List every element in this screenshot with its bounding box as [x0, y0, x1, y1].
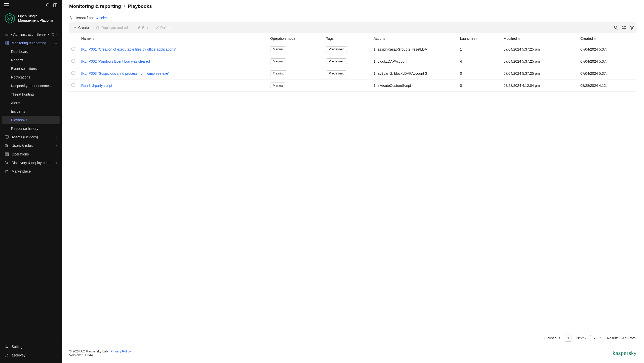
col-operation-mode[interactable]: Operation mode — [268, 33, 324, 43]
table-row[interactable]: [KL] P003 "Suspicious child process from… — [69, 67, 636, 79]
svg-point-23 — [71, 18, 72, 19]
table-row[interactable]: [KL] P001 "Creation of executable files … — [69, 43, 636, 55]
nav-playbooks[interactable]: Playbooks — [2, 116, 60, 124]
breadcrumb: Monitoring & reporting / Playbooks — [69, 4, 636, 9]
col-created[interactable]: Created↑↓ — [578, 33, 636, 43]
row-radio[interactable] — [71, 59, 75, 63]
button-label: Edit — [142, 26, 148, 30]
page-number[interactable]: 1 — [565, 335, 572, 342]
nav-label: Reports — [11, 58, 23, 62]
row-radio[interactable] — [71, 47, 75, 51]
search-icon — [5, 161, 9, 165]
user-icon — [5, 353, 9, 357]
notification-icon[interactable] — [46, 3, 50, 8]
nav-threat-hunting[interactable]: Threat hunting — [0, 90, 62, 99]
nav-label: <Administration Server> — [11, 32, 49, 36]
sliders-icon[interactable] — [69, 16, 73, 20]
book-icon[interactable] — [53, 3, 58, 8]
hamburger-icon[interactable] — [4, 3, 9, 7]
server-icon: ▭ — [5, 32, 9, 36]
nav-notifications[interactable]: Notifications — [0, 73, 62, 82]
nav-label: Dashboard — [11, 50, 28, 54]
nav-label: Monitoring & reporting — [12, 41, 46, 45]
chevron-right-icon: › — [56, 354, 57, 357]
privacy-link[interactable]: Privacy Policy — [110, 349, 131, 353]
nav-assets[interactable]: Assets (Devices) › — [0, 133, 62, 141]
sort-icon: ↑↓ — [594, 37, 596, 40]
sort-icon: ↑↓ — [91, 37, 94, 40]
nav-discovery[interactable]: Discovery & deployment › — [0, 158, 62, 167]
duplicate-button[interactable]: Duplicate and edit — [95, 25, 131, 31]
col-actions[interactable]: Actions — [372, 33, 458, 43]
created-cell: 07/04/2024 5:37: — [578, 67, 636, 79]
chevron-right-icon: › — [56, 144, 57, 147]
nav-label: Threat hunting — [11, 92, 34, 96]
svg-rect-25 — [97, 27, 99, 29]
col-launches[interactable]: Launches↑↓ — [458, 33, 502, 43]
page-size-select[interactable]: 20 — [590, 335, 602, 341]
mode-pill: Training — [270, 70, 287, 76]
col-tags[interactable]: Tags — [324, 33, 372, 43]
delete-button[interactable]: Delete — [154, 25, 172, 31]
playbook-name-link[interactable]: [KL] P002 "Windows Event Log was cleared… — [81, 59, 151, 63]
filter-icon[interactable] — [630, 26, 634, 30]
row-radio[interactable] — [71, 83, 75, 87]
nav-settings[interactable]: Settings — [0, 342, 62, 351]
nav-label: Alerts — [11, 101, 20, 105]
nav-reports[interactable]: Reports — [0, 56, 62, 64]
chevron-left-icon: ‹ — [544, 336, 546, 340]
header: Monitoring & reporting / Playbooks — [62, 0, 644, 12]
nav-alerts[interactable]: Alerts — [0, 99, 62, 107]
created-cell: 07/04/2024 5:37: — [578, 43, 636, 55]
filter-label: Tenant filter: — [75, 16, 94, 20]
result-count: Result: 1-4 / 4 total — [607, 336, 636, 340]
svg-marker-2 — [5, 13, 14, 23]
nav-label: Users & roles — [12, 144, 33, 148]
next-button[interactable]: Next › — [576, 336, 586, 340]
table-row[interactable]: Run 3rd-party scriptManual1. executeCust… — [69, 79, 636, 92]
nav-label: Settings — [12, 345, 24, 349]
edit-button[interactable]: Edit — [136, 25, 150, 31]
nav-response-history[interactable]: Response history — [0, 124, 62, 133]
row-radio[interactable] — [71, 71, 75, 75]
monitor-icon — [5, 135, 9, 139]
svg-point-22 — [70, 16, 71, 17]
svg-point-4 — [52, 33, 53, 34]
modified-cell: 08/28/2024 4:12:04 pm — [502, 79, 578, 92]
nav-dashboard[interactable]: Dashboard — [0, 47, 62, 56]
modified-cell: 07/04/2024 5:37:25 pm — [502, 43, 578, 55]
col-modified[interactable]: Modified↑↓ — [502, 33, 578, 43]
playbook-name-link[interactable]: [KL] P001 "Creation of executable files … — [81, 47, 176, 51]
sort-icon: ↑↓ — [476, 37, 479, 40]
actions-cell: 1. assignKasapGroup 2. resetLDA — [372, 43, 458, 55]
nav-operations[interactable]: Operations › — [0, 150, 62, 158]
sliders-icon[interactable] — [622, 26, 626, 30]
previous-button[interactable]: ‹ Previous — [544, 336, 560, 340]
mode-pill: Manual — [270, 83, 286, 88]
nav-user[interactable]: asolovey › — [0, 351, 62, 359]
table-row[interactable]: [KL] P002 "Windows Event Log was cleared… — [69, 55, 636, 67]
chevron-right-icon: › — [585, 336, 586, 340]
nav-announcements[interactable]: Kaspersky announceme... — [0, 82, 62, 90]
chevron-right-icon: › — [56, 161, 57, 164]
sidebar-top — [0, 0, 62, 11]
brand-line1: Open Single — [18, 14, 53, 19]
footer: © 2024 AO Kaspersky Lab | Privacy Policy… — [62, 346, 644, 363]
nav-users[interactable]: Users & roles › — [0, 141, 62, 150]
svg-point-3 — [7, 16, 13, 21]
filter-value[interactable]: 4 selected — [96, 16, 112, 20]
nav-marketplace[interactable]: Marketplace — [0, 167, 62, 176]
sliders-icon[interactable] — [51, 33, 55, 36]
sidebar: Open Single Management Platform ▭ <Admin… — [0, 0, 62, 363]
playbook-name-link[interactable]: Run 3rd-party script — [81, 84, 112, 88]
tag-pill: Predefined — [326, 58, 347, 64]
nav-event-selections[interactable]: Event selections — [0, 64, 62, 73]
playbook-name-link[interactable]: [KL] P003 "Suspicious child process from… — [81, 71, 169, 75]
nav-admin-server[interactable]: ▭ <Administration Server> › — [0, 30, 62, 39]
breadcrumb-parent[interactable]: Monitoring & reporting — [69, 4, 121, 9]
nav-monitoring[interactable]: Monitoring & reporting ⌄ — [0, 39, 62, 47]
col-name[interactable]: Name↑↓ — [79, 33, 268, 43]
nav-incidents[interactable]: Incidents — [0, 107, 62, 116]
create-button[interactable]: ＋ Create — [72, 24, 90, 31]
search-icon[interactable] — [614, 25, 618, 30]
